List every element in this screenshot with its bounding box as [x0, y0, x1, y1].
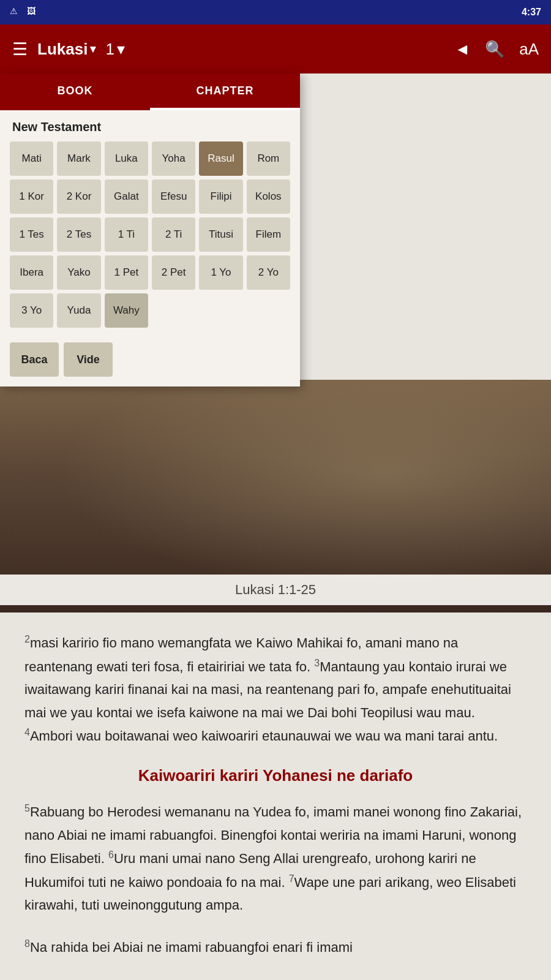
main-content: Lukasi 1:1-25 2masi karirio fio mano wem…	[0, 380, 551, 980]
testament-label: New Testament	[0, 110, 300, 141]
dropdown-panel: BOOK CHAPTER New Testament Mati Mark Luk…	[0, 74, 300, 386]
image-icon: 🖼	[27, 6, 39, 18]
book-3yo[interactable]: 3 Yo	[10, 293, 53, 328]
verse-num-2: 2	[24, 634, 30, 644]
verse-num-4: 4	[24, 727, 30, 737]
book-luka[interactable]: Luka	[105, 141, 148, 176]
book-1tes[interactable]: 1 Tes	[10, 217, 53, 252]
book-yoha[interactable]: Yoha	[152, 141, 195, 176]
verse-2-3-4: 2masi karirio fio mano wemangfata we Kai…	[24, 631, 527, 748]
book-yako[interactable]: Yako	[57, 255, 100, 290]
action-buttons: Baca Vide	[0, 335, 300, 386]
bible-text-section: 2masi karirio fio mano wemangfata we Kai…	[0, 612, 551, 980]
status-bar-time: 4:37	[522, 7, 541, 18]
verse-num-8: 8	[24, 938, 30, 949]
book-efesu[interactable]: Efesu	[152, 179, 195, 214]
back-icon[interactable]: ◄	[454, 40, 470, 59]
section-heading: Kaiwoariri kariri Yohanesi ne dariafo	[24, 766, 527, 785]
book-rom[interactable]: Rom	[247, 141, 290, 176]
chapter-number: 1	[105, 40, 114, 59]
book-wahy[interactable]: Wahy	[105, 293, 148, 328]
book-ibera[interactable]: Ibera	[10, 255, 53, 290]
bible-image: Lukasi 1:1-25	[0, 380, 551, 612]
book-2pet[interactable]: 2 Pet	[152, 255, 195, 290]
book-1ti[interactable]: 1 Ti	[105, 217, 148, 252]
verse-5-7: 5Rabuang bo Herodesi wemananu na Yudea f…	[24, 800, 527, 917]
book-filipi[interactable]: Filipi	[199, 179, 242, 214]
tab-chapter[interactable]: CHAPTER	[150, 74, 300, 110]
book-yuda[interactable]: Yuda	[57, 293, 100, 328]
book-mark[interactable]: Mark	[57, 141, 100, 176]
book-title: Lukasi	[37, 40, 88, 59]
verse-num-6: 6	[108, 850, 114, 860]
book-grid: Mati Mark Luka Yoha Rasul Rom 1 Kor 2 Ko…	[0, 141, 300, 335]
book-rasul[interactable]: Rasul	[199, 141, 242, 176]
verse-num-5: 5	[24, 803, 30, 813]
book-kolos[interactable]: Kolos	[247, 179, 290, 214]
search-icon[interactable]: 🔍	[485, 40, 504, 59]
book-filem[interactable]: Filem	[247, 217, 290, 252]
status-bar-left: ⚠ 🖼	[10, 6, 39, 18]
book-1kor[interactable]: 1 Kor	[10, 179, 53, 214]
status-bar: ⚠ 🖼 4:37	[0, 0, 551, 24]
warning-icon: ⚠	[10, 6, 22, 18]
baca-button[interactable]: Baca	[10, 342, 59, 377]
toolbar-actions: ◄ 🔍 aA	[454, 40, 539, 59]
image-caption: Lukasi 1:1-25	[0, 575, 551, 605]
chapter-selector[interactable]: 1 ▾	[105, 40, 124, 59]
book-selector[interactable]: Lukasi ▾	[37, 40, 96, 59]
vide-button[interactable]: Vide	[64, 342, 113, 377]
chapter-dropdown-arrow: ▾	[117, 40, 125, 59]
book-1yo[interactable]: 1 Yo	[199, 255, 242, 290]
book-2tes[interactable]: 2 Tes	[57, 217, 100, 252]
verse-num-3: 3	[314, 658, 320, 668]
book-2ti[interactable]: 2 Ti	[152, 217, 195, 252]
verse-8-partial: 8Na rahida bei Abiai ne imami rabuangfoi…	[24, 935, 527, 959]
tab-book[interactable]: BOOK	[0, 74, 150, 110]
book-1pet[interactable]: 1 Pet	[105, 255, 148, 290]
menu-icon[interactable]: ☰	[12, 39, 28, 59]
dropdown-tabs: BOOK CHAPTER	[0, 74, 300, 110]
book-mati[interactable]: Mati	[10, 141, 53, 176]
toolbar: ☰ Lukasi ▾ 1 ▾ ◄ 🔍 aA	[0, 24, 551, 74]
verse-num-7: 7	[289, 873, 294, 884]
book-2yo[interactable]: 2 Yo	[247, 255, 290, 290]
book-galat[interactable]: Galat	[105, 179, 148, 214]
book-titusi[interactable]: Titusi	[199, 217, 242, 252]
font-size-icon[interactable]: aA	[519, 40, 539, 59]
book-2kor[interactable]: 2 Kor	[57, 179, 100, 214]
book-dropdown-arrow: ▾	[90, 42, 96, 56]
